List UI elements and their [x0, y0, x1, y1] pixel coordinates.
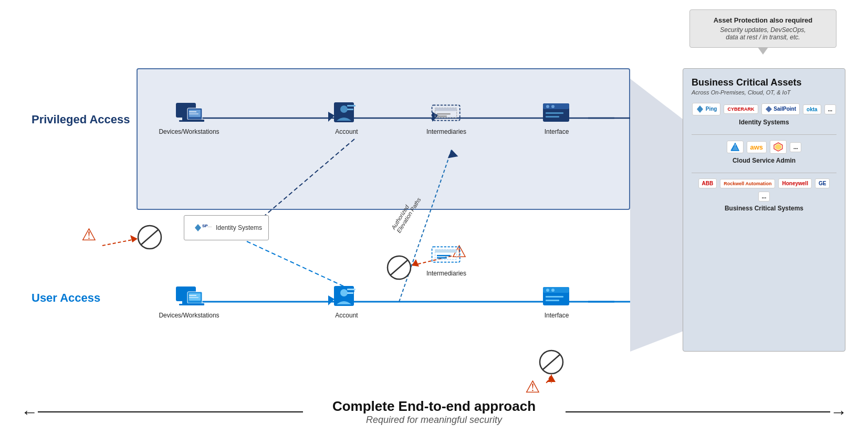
aws-logo: aws	[747, 141, 767, 153]
svg-rect-64	[347, 289, 355, 290]
priv-interm-node: Intermediaries	[415, 100, 478, 135]
user-device-icon	[173, 283, 205, 310]
bottom-text: Complete End-to-end approach Required fo…	[303, 398, 566, 426]
svg-point-47	[546, 105, 549, 108]
callout-subtitle: Security updates, DevSecOps,data at rest…	[698, 26, 828, 41]
svg-point-48	[551, 105, 555, 108]
bca-identity-label: Identity Systems	[692, 119, 836, 126]
bca-title: Business Critical Assets	[692, 77, 836, 88]
svg-rect-50	[546, 116, 559, 118]
user-device-label: Devices/Workstations	[159, 312, 219, 319]
svg-rect-60	[189, 295, 196, 296]
user-device-node: Devices/Workstations	[163, 283, 215, 319]
callout-title: Asset Protection also required	[698, 16, 828, 24]
main-diagram: Privileged Access User Access	[21, 52, 845, 383]
priv-device-label: Devices/Workstations	[159, 128, 219, 135]
svg-rect-39	[347, 109, 353, 110]
bottom-left-arrow: ←	[21, 402, 303, 422]
cloud-more: ...	[790, 142, 801, 152]
svg-point-73	[546, 289, 549, 292]
rockwell-logo: Rockwell Automation	[720, 179, 775, 188]
bca-bcs-label: Business Critical Systems	[692, 205, 836, 212]
bca-identity-section: Ping CYBERARK SailPoint okta ... Identit…	[692, 103, 836, 126]
ping-logo: Ping	[692, 103, 720, 115]
svg-rect-75	[546, 296, 563, 298]
cyberark-logo: CYBERARK	[724, 104, 758, 114]
bottom-title: Complete End-to-end approach	[313, 398, 555, 415]
priv-device-node: Devices/Workstations	[163, 100, 215, 135]
svg-point-63	[340, 289, 348, 296]
bottom-section: ← Complete End-to-end approach Required …	[21, 398, 847, 426]
priv-interm-label: Intermediaries	[426, 128, 466, 135]
bottom-right-arrow: →	[566, 402, 848, 422]
svg-line-9	[399, 150, 452, 302]
identity-popup-label: Identity Systems	[216, 224, 262, 231]
priv-device-icon	[173, 100, 205, 126]
warning-user-interface: ⚠	[525, 377, 540, 397]
user-interface-icon	[541, 283, 572, 310]
priv-account-label: Account	[335, 128, 358, 135]
user-account-icon	[331, 283, 362, 310]
gcp-logo	[770, 140, 787, 154]
svg-marker-10	[446, 148, 458, 158]
okta-logo: okta	[803, 104, 821, 114]
priv-interface-icon	[541, 100, 572, 126]
svg-rect-65	[347, 292, 353, 294]
user-account-node: Account	[320, 283, 373, 319]
svg-rect-70	[437, 257, 447, 259]
sailpoint-logo: SailPoint	[761, 103, 800, 115]
bca-identity-logos: Ping CYBERARK SailPoint okta ...	[692, 103, 836, 115]
user-interm-icon	[431, 241, 462, 268]
svg-point-37	[340, 105, 348, 113]
user-interface-label: Interface	[545, 312, 569, 319]
honeywell-logo: Honeywell	[778, 178, 811, 188]
bcs-more: ...	[758, 192, 770, 201]
user-account-label: Account	[335, 312, 358, 319]
svg-marker-82	[775, 144, 781, 150]
azure-logo	[727, 141, 744, 153]
svg-text:...: ...	[207, 222, 212, 228]
user-interface-node: Interface	[530, 283, 583, 319]
ge-logo: GE	[815, 178, 830, 188]
svg-rect-61	[189, 297, 198, 298]
asset-protection-callout: Asset Protection also required Security …	[689, 9, 836, 48]
bca-cloud-label: Cloud Service Admin	[692, 157, 836, 164]
svg-rect-44	[437, 115, 447, 117]
priv-interface-label: Interface	[545, 128, 569, 135]
identity-popup: SP ... Identity Systems	[184, 215, 269, 240]
svg-rect-49	[546, 112, 563, 114]
svg-rect-43	[437, 113, 451, 115]
bca-cloud-section: aws ... Cloud Service Admin	[692, 140, 836, 164]
svg-rect-68	[435, 250, 457, 253]
user-interm-node: Intermediaries	[415, 241, 478, 277]
priv-interface-node: Interface	[530, 100, 583, 135]
bca-bcs-logos: ABB Rockwell Automation Honeywell GE ...	[692, 178, 836, 201]
bca-bcs-section: ABB Rockwell Automation Honeywell GE ...…	[692, 178, 836, 212]
svg-rect-76	[546, 300, 559, 301]
svg-rect-34	[189, 111, 196, 112]
user-interm-label: Intermediaries	[426, 270, 466, 277]
svg-marker-51	[195, 224, 201, 231]
abb-logo: ABB	[698, 178, 717, 188]
svg-marker-78	[766, 106, 772, 112]
bca-panel: Business Critical Assets Across On-Premi…	[683, 68, 845, 352]
priv-account-node: Account	[320, 100, 373, 135]
priv-account-icon	[331, 100, 362, 126]
warning-priv-left: ⚠	[81, 225, 97, 245]
svg-marker-80	[730, 145, 738, 151]
svg-marker-77	[697, 105, 703, 113]
svg-rect-58	[185, 303, 204, 305]
svg-marker-18	[130, 235, 138, 242]
svg-rect-35	[189, 113, 198, 114]
svg-rect-38	[347, 105, 355, 107]
svg-rect-69	[437, 255, 451, 257]
priv-interm-icon	[431, 100, 462, 126]
svg-rect-66	[432, 247, 460, 262]
bca-cloud-logos: aws ...	[692, 140, 836, 154]
bca-subtitle: Across On-Premises, Cloud, OT, & IoT	[692, 89, 836, 96]
svg-rect-40	[432, 105, 460, 120]
svg-rect-32	[185, 120, 204, 122]
svg-marker-22	[547, 375, 556, 382]
svg-rect-42	[435, 108, 457, 111]
bottom-subtitle: Required for meaningful security	[313, 415, 555, 426]
